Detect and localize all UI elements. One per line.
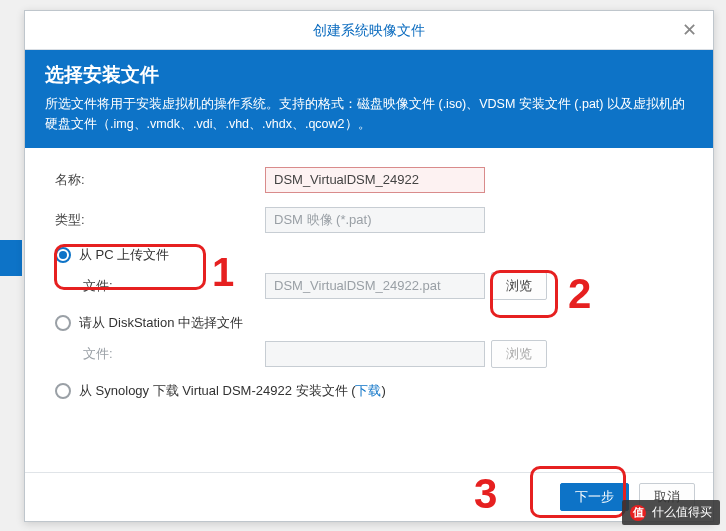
dialog-body: 名称: 类型: 从 PC 上传文件 文件: 浏览 请从 DiskStation … [25, 148, 713, 472]
name-input[interactable] [265, 167, 485, 193]
radio-diskstation-label: 请从 DiskStation 中选择文件 [79, 314, 243, 332]
dialog-titlebar: 创建系统映像文件 ✕ [25, 11, 713, 50]
radio-from-diskstation[interactable] [55, 315, 71, 331]
header-description: 所选文件将用于安装虚拟机的操作系统。支持的格式：磁盘映像文件 (.iso)、VD… [45, 94, 693, 134]
dialog-footer: 下一步 取消 [25, 472, 713, 521]
type-label: 类型: [55, 211, 265, 229]
watermark-logo-icon: 值 [630, 505, 646, 521]
download-link[interactable]: 下载 [355, 383, 381, 398]
header-heading: 选择安装文件 [45, 62, 693, 88]
browse-button-upload[interactable]: 浏览 [491, 272, 547, 300]
ds-file-input [265, 341, 485, 367]
dialog-header: 选择安装文件 所选文件将用于安装虚拟机的操作系统。支持的格式：磁盘映像文件 (.… [25, 50, 713, 148]
background-sliver [0, 240, 22, 276]
radio-download-label: 从 Synology 下载 Virtual DSM-24922 安装文件 (下载… [79, 382, 386, 400]
watermark-text: 什么值得买 [652, 504, 712, 521]
type-input [265, 207, 485, 233]
close-icon[interactable]: ✕ [671, 11, 707, 49]
radio-upload-label: 从 PC 上传文件 [79, 246, 169, 264]
radio-download-synology[interactable] [55, 383, 71, 399]
dialog-title: 创建系统映像文件 [313, 22, 425, 38]
radio-upload-from-pc[interactable] [55, 247, 71, 263]
upload-file-label: 文件: [83, 277, 265, 295]
watermark: 值 什么值得买 [622, 500, 720, 525]
next-button[interactable]: 下一步 [560, 483, 629, 511]
create-image-dialog: 创建系统映像文件 ✕ 选择安装文件 所选文件将用于安装虚拟机的操作系统。支持的格… [24, 10, 714, 522]
name-label: 名称: [55, 171, 265, 189]
browse-button-diskstation: 浏览 [491, 340, 547, 368]
ds-file-label: 文件: [83, 345, 265, 363]
upload-file-input [265, 273, 485, 299]
